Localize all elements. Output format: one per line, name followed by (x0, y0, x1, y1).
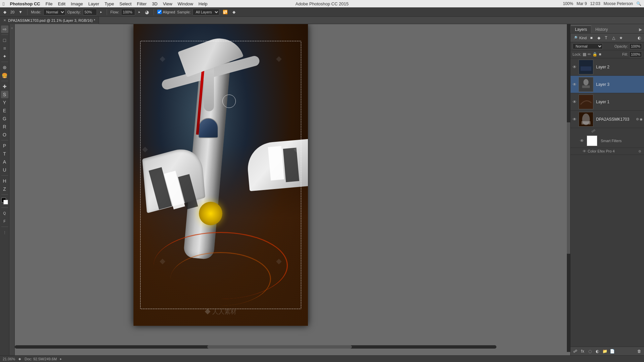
flow-input[interactable] (121, 9, 135, 15)
shape-tool[interactable]: U (1, 166, 8, 174)
clone-source-btn[interactable]: ◆ (231, 9, 237, 15)
menu-file[interactable]: File (46, 1, 53, 6)
dpa-layer-visibility-toggle[interactable]: 👁 (572, 117, 577, 122)
menu-filter[interactable]: Filter (137, 1, 147, 6)
delete-layer-btn[interactable]: 🗑 (636, 348, 643, 355)
layer-item-1[interactable]: 👁 Layer 1 (571, 93, 644, 111)
color-efex-eye[interactable]: 👁 (583, 149, 586, 153)
menu-layer[interactable]: Layer (88, 1, 99, 6)
screen-mode-btn[interactable]: F (1, 218, 8, 225)
link-layers-btn[interactable]: ☍ (572, 348, 579, 355)
crop-tool[interactable]: ⊛ (1, 64, 8, 71)
smart-filters-group[interactable]: 👁 Smart Filters (571, 134, 644, 148)
panel-tab-arrow[interactable]: ▶ (637, 26, 644, 33)
brush-panel-toggle[interactable]: ○ (10, 25, 14, 30)
document-tab[interactable]: ✕ DPA2ASSMK1703.psd @ 21.1% (Layer 3, RG… (0, 17, 99, 24)
mode-select[interactable]: Normal (43, 9, 65, 15)
eyedropper-tool[interactable]: 🍔 (1, 72, 8, 79)
ignore-adjustment-btn[interactable]: 🔁 (221, 9, 229, 15)
path-select-tool[interactable]: A (1, 158, 8, 166)
layer-item-3[interactable]: 👁 Layer 3 (571, 76, 644, 93)
hand-tool[interactable]: H (1, 177, 8, 185)
new-adjustment-btn[interactable]: ◐ (594, 348, 601, 355)
new-group-btn[interactable]: 📁 (601, 348, 608, 355)
layer-3-visibility-toggle[interactable]: 👁 (572, 82, 577, 87)
filter-type-btn[interactable]: T (603, 35, 609, 41)
aligned-label[interactable]: Aligned (157, 10, 175, 14)
airbrush-btn[interactable]: ◕ (144, 9, 150, 15)
menu-window[interactable]: Window (178, 1, 193, 6)
filter-adjustment-btn[interactable]: ◆ (595, 35, 602, 41)
foreground-background-colors[interactable] (1, 198, 8, 204)
filter-toggle-btn[interactable]: ◐ (636, 35, 643, 41)
canvas-area[interactable]: ○ (9, 24, 570, 355)
layer-1-visibility-toggle[interactable]: 👁 (572, 99, 577, 105)
tool-icon[interactable]: ◆ (2, 9, 8, 15)
blur-tool[interactable]: R (1, 123, 8, 130)
layer-item-2[interactable]: 👁 Layer 2 (571, 58, 644, 76)
flow-pressure-btn[interactable]: ▸ (137, 9, 142, 14)
quick-mask-btn[interactable]: Q (1, 209, 8, 217)
clone-stamp-tool[interactable]: S (1, 91, 8, 98)
smart-filters-eye[interactable]: 👁 (580, 138, 584, 143)
menu-3d[interactable]: 3D (152, 1, 158, 6)
lock-image-icon[interactable]: ✏ (588, 52, 591, 57)
menu-help[interactable]: Help (199, 1, 208, 6)
dpa-settings-icon[interactable]: ⚙ (636, 117, 639, 121)
vertical-scrollbar-track[interactable] (567, 24, 570, 352)
panel-filter-kind-btn[interactable]: 🔎 (572, 35, 579, 41)
add-mask-btn[interactable]: ◌ (587, 348, 593, 355)
lock-position-icon[interactable]: 🔒 (592, 52, 597, 57)
opacity-value-input[interactable] (629, 43, 642, 49)
gradient-tool[interactable]: G (1, 115, 8, 122)
sample-select[interactable]: All Layers (193, 9, 219, 15)
healing-brush-tool[interactable]: ✚ (1, 83, 8, 90)
lock-all-icon[interactable]: ■ (599, 52, 601, 57)
search-icon[interactable]: 🔍 (636, 1, 641, 6)
zoom-tool[interactable]: Z (1, 185, 8, 193)
filter-pixel-btn[interactable]: ■ (588, 35, 595, 41)
menu-edit[interactable]: Edit (58, 1, 65, 6)
background-color[interactable] (3, 200, 8, 204)
dodge-tool[interactable]: O (1, 131, 8, 138)
layer-style-btn[interactable]: fx (579, 348, 586, 355)
blend-mode-select[interactable]: Normal (573, 43, 603, 49)
eraser-tool[interactable]: E (1, 107, 8, 114)
menu-image[interactable]: Image (71, 1, 83, 6)
brush-preset-btn[interactable]: ▼ (17, 9, 24, 15)
extras-btn[interactable]: ⋮ (1, 229, 8, 236)
lock-transparent-icon[interactable]: ▩ (583, 52, 586, 57)
aligned-checkbox[interactable] (157, 10, 162, 14)
doc-tab-close[interactable]: ✕ (3, 18, 6, 22)
lasso-tool[interactable]: ⌗ (1, 45, 8, 52)
progress-arrow[interactable]: ▸ (60, 357, 62, 361)
horizontal-scrollbar-thumb[interactable] (207, 345, 352, 349)
fill-value-input[interactable] (629, 51, 642, 57)
color-efex-settings[interactable]: ⚙ (638, 149, 641, 153)
layer-2-visibility-toggle[interactable]: 👁 (572, 64, 577, 70)
color-efex-item[interactable]: 👁 Color Efex Pro 4 ⚙ (571, 148, 644, 155)
tab-layers[interactable]: Layers (571, 25, 591, 33)
new-layer-btn[interactable]: 📄 (609, 348, 615, 355)
history-brush-tool[interactable]: Y (1, 99, 8, 106)
apple-menu[interactable]:  (3, 1, 4, 7)
menu-select[interactable]: Select (119, 1, 131, 6)
document-canvas[interactable]: ◆ ◆ ◆ ◆ ◆ ◆ ◆ ◆ 人人素材 (133, 24, 308, 326)
move-tool[interactable]: ⇨ (1, 25, 8, 33)
filter-shape-btn[interactable]: △ (610, 35, 617, 41)
horizontal-scrollbar-track[interactable] (15, 345, 496, 349)
marquee-tool[interactable]: □ (1, 37, 8, 44)
menu-view[interactable]: View (163, 1, 172, 6)
vertical-scrollbar-thumb[interactable] (567, 122, 570, 253)
menu-type[interactable]: Type (105, 1, 114, 6)
quick-select-tool[interactable]: ✦ (1, 53, 8, 60)
opacity-input[interactable] (83, 9, 97, 15)
tab-history[interactable]: History (591, 25, 612, 33)
text-tool[interactable]: T (1, 150, 8, 158)
brush-size-btn[interactable]: 20 (9, 9, 16, 15)
pen-tool[interactable]: P (1, 142, 8, 149)
opacity-pressure-btn[interactable]: ▸ (99, 9, 103, 14)
zoom-percent-icon[interactable]: ◆ (18, 357, 21, 361)
filter-smart-btn[interactable]: ★ (618, 35, 624, 41)
layer-item-dpa[interactable]: 👁 DPA2ASSMK1703 ⚙ ◉ (571, 111, 644, 128)
